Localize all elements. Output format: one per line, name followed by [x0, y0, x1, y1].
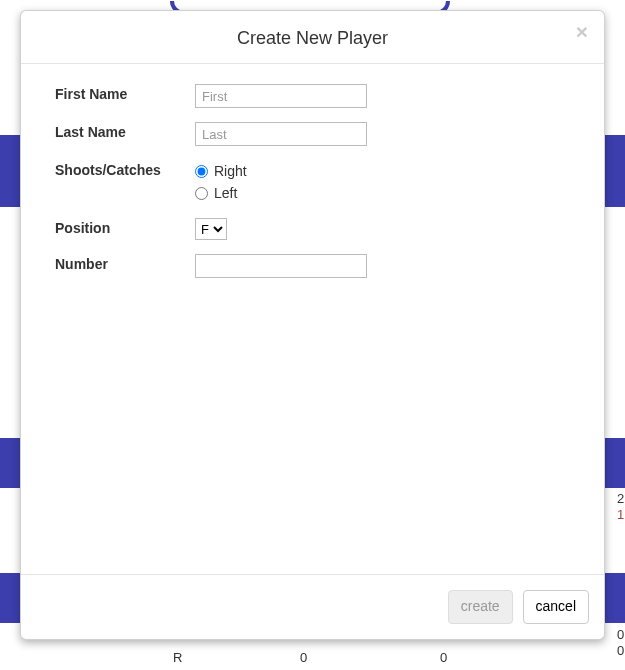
bg-col: 0: [440, 650, 447, 665]
hand-left-label: Left: [214, 182, 237, 204]
create-player-modal: × Create New Player First Name Last Name…: [20, 10, 605, 640]
label-number: Number: [55, 254, 195, 272]
modal-footer: create cancel: [21, 574, 604, 639]
hand-left-radio[interactable]: [195, 187, 208, 200]
row-shoots-catches: Shoots/Catches Right Left: [55, 160, 570, 204]
modal-title: Create New Player: [36, 26, 589, 51]
bg-stat: 0: [617, 643, 624, 658]
number-input[interactable]: [195, 254, 367, 278]
modal-header: × Create New Player: [21, 11, 604, 64]
bg-stat: 1: [617, 507, 624, 522]
create-button[interactable]: create: [448, 590, 513, 624]
label-first-name: First Name: [55, 84, 195, 102]
bg-stat: 2: [617, 491, 624, 506]
label-last-name: Last Name: [55, 122, 195, 140]
position-select[interactable]: F: [195, 218, 227, 240]
close-button[interactable]: ×: [572, 21, 592, 42]
bg-col: 0: [300, 650, 307, 665]
label-shoots-catches: Shoots/Catches: [55, 160, 195, 178]
modal-body: First Name Last Name Shoots/Catches Righ…: [21, 64, 604, 574]
label-position: Position: [55, 218, 195, 236]
row-number: Number: [55, 254, 570, 278]
hand-right-radio[interactable]: [195, 165, 208, 178]
last-name-input[interactable]: [195, 122, 367, 146]
row-position: Position F: [55, 218, 570, 240]
bg-stat: 0: [617, 627, 624, 642]
row-last-name: Last Name: [55, 122, 570, 146]
bg-col: R: [173, 650, 182, 665]
first-name-input[interactable]: [195, 84, 367, 108]
hand-right-label: Right: [214, 160, 247, 182]
cancel-button[interactable]: cancel: [523, 590, 589, 624]
row-first-name: First Name: [55, 84, 570, 108]
